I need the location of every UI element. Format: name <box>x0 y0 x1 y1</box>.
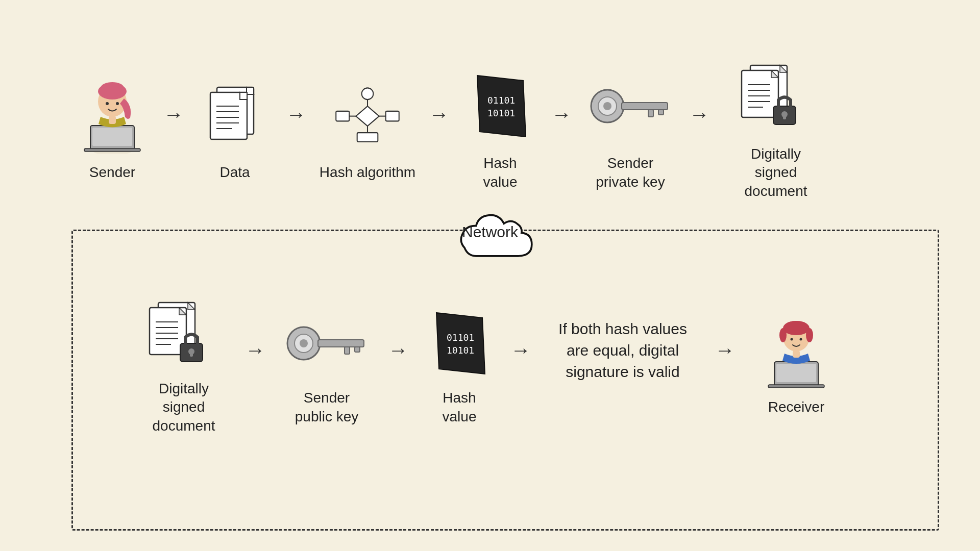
node-sender-private-key: Sender private key <box>582 65 679 191</box>
arrow-2 <box>276 103 316 154</box>
node-digitally-signed-top: Digitally signed document <box>720 56 832 201</box>
svg-rect-60 <box>318 340 364 347</box>
svg-text:10101: 10101 <box>447 345 474 356</box>
node-sender: Sender <box>71 74 153 182</box>
node-hash-value-top: 01101 10101 Hash value <box>459 65 541 191</box>
hash-algorithm-icon <box>334 74 401 156</box>
arrow-8 <box>500 339 541 392</box>
svg-point-73 <box>806 328 813 342</box>
receiver-icon <box>763 314 829 391</box>
network-area: Network <box>439 204 541 276</box>
hash-value-bottom-label: Hash value <box>443 389 477 426</box>
svg-point-33 <box>603 102 611 110</box>
svg-rect-27 <box>386 111 399 121</box>
sender-public-key-label: Sender public key <box>295 389 359 426</box>
svg-rect-3 <box>84 148 140 152</box>
svg-point-71 <box>786 321 806 329</box>
svg-rect-76 <box>793 350 800 358</box>
sender-label: Sender <box>89 163 135 182</box>
network-label: Network <box>462 223 518 241</box>
hash-value-top-label: Hash value <box>483 154 518 191</box>
digitally-signed-top-label: Digitally signed document <box>745 145 807 201</box>
data-icon <box>204 74 265 156</box>
node-hash-algorithm: Hash algorithm <box>316 74 419 182</box>
top-row: Sender <box>41 36 939 201</box>
svg-marker-63 <box>436 313 485 374</box>
svg-marker-28 <box>477 76 526 137</box>
sender-private-key-label: Sender private key <box>596 154 665 191</box>
svg-rect-35 <box>648 110 653 117</box>
arrow-6 <box>235 339 276 392</box>
svg-rect-61 <box>345 347 350 354</box>
hash-value-top-icon: 01101 10101 <box>470 65 531 147</box>
node-sender-public-key: Sender public key <box>276 305 378 426</box>
svg-point-75 <box>800 338 802 340</box>
node-digitally-signed-bottom: Digitally signed document <box>133 296 235 435</box>
arrow-3 <box>419 103 459 154</box>
svg-point-6 <box>101 82 124 92</box>
svg-text:10101: 10101 <box>487 108 515 118</box>
svg-rect-34 <box>622 103 668 110</box>
svg-text:01101: 01101 <box>487 95 515 106</box>
data-label: Data <box>219 163 250 182</box>
svg-point-72 <box>779 328 787 342</box>
svg-rect-25 <box>357 133 378 142</box>
arrow-9 <box>704 339 745 392</box>
hash-algorithm-label: Hash algorithm <box>320 163 415 182</box>
svg-text:01101: 01101 <box>447 332 474 343</box>
if-equal-area: If both hash values are equal, digital s… <box>558 312 687 389</box>
svg-point-8 <box>116 102 119 105</box>
sender-private-key-icon <box>587 65 674 147</box>
arrow-4 <box>541 103 582 154</box>
svg-rect-26 <box>336 111 349 121</box>
svg-point-7 <box>106 102 109 105</box>
sender-public-key-icon <box>283 305 370 382</box>
sender-icon <box>79 74 145 156</box>
node-data: Data <box>194 74 276 182</box>
receiver-label: Receiver <box>768 398 824 416</box>
node-receiver: Receiver <box>745 314 847 416</box>
svg-marker-21 <box>356 107 379 127</box>
arrow-1 <box>153 103 194 154</box>
diagram: Sender <box>41 36 939 515</box>
bottom-row: Digitally signed document Sender public … <box>41 296 939 435</box>
svg-rect-67 <box>776 364 816 382</box>
if-equal-text: If both hash values are equal, digital s… <box>558 318 687 383</box>
digitally-signed-bottom-label: Digitally signed document <box>153 380 215 435</box>
svg-rect-13 <box>240 92 247 99</box>
svg-rect-36 <box>658 110 664 115</box>
node-hash-value-bottom: 01101 10101 Hash value <box>419 305 500 426</box>
svg-rect-62 <box>355 347 360 352</box>
svg-rect-56 <box>190 352 193 357</box>
arrow-7 <box>378 339 419 392</box>
svg-rect-9 <box>109 116 116 124</box>
digitally-signed-bottom-icon <box>140 296 227 372</box>
hash-value-bottom-icon: 01101 10101 <box>429 305 490 382</box>
svg-rect-68 <box>768 385 824 388</box>
node-if-equal: If both hash values are equal, digital s… <box>541 312 704 419</box>
arrow-5 <box>679 103 720 154</box>
svg-point-59 <box>300 339 308 347</box>
svg-rect-46 <box>783 114 786 119</box>
svg-point-19 <box>362 88 374 100</box>
digitally-signed-top-icon <box>727 56 824 138</box>
svg-point-74 <box>791 338 793 340</box>
